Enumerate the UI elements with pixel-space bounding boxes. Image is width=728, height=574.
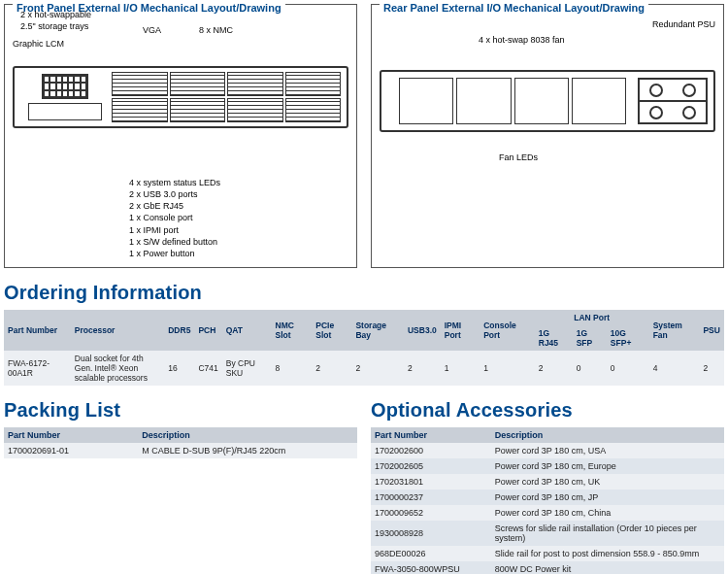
td-desc: Screws for slide rail installation (Orde… bbox=[491, 521, 724, 546]
callout-item: 1 x IPMI port bbox=[129, 224, 348, 236]
callout-vga: VGA bbox=[143, 24, 161, 36]
td-desc: 800W DC Power kit bbox=[491, 561, 724, 574]
callout-fan-leds: Fan LEDs bbox=[380, 152, 657, 163]
th-nmc: NMC Slot bbox=[272, 310, 313, 351]
table-row: 1700020691-01M CABLE D-SUB 9P(F)/RJ45 22… bbox=[4, 443, 357, 458]
td-psu: 2 bbox=[699, 351, 724, 386]
callout-item: 1 x S/W defined button bbox=[129, 236, 348, 248]
td-lan-rj45: 2 bbox=[535, 351, 573, 386]
td-pn: FWA-6172-00A1R bbox=[4, 351, 71, 386]
front-callout-list: 4 x system status LEDs 2 x USB 3.0 ports… bbox=[129, 177, 348, 259]
table-row: FWA-6172-00A1R Dual socket for 4th Gen. … bbox=[4, 351, 724, 386]
th-pch: PCH bbox=[194, 310, 221, 351]
callout-lcm: Graphic LCM bbox=[13, 38, 64, 50]
td-desc: Power cord 3P 180 cm, USA bbox=[491, 443, 724, 458]
callout-psu: Redundant PSU bbox=[652, 18, 715, 30]
td-desc: Power cord 3P 180 cm, China bbox=[491, 505, 724, 521]
td-pn: 1930008928 bbox=[371, 521, 491, 546]
th-storage: Storage Bay bbox=[351, 310, 404, 351]
callout-fan: 4 x hot-swap 8038 fan bbox=[479, 34, 565, 46]
lcm-icon bbox=[42, 74, 88, 99]
th-lan-group: LAN Port bbox=[535, 310, 649, 325]
td-pn: 968DE00026 bbox=[371, 546, 491, 561]
psu-icon bbox=[638, 78, 708, 124]
td-console: 1 bbox=[480, 351, 535, 386]
callout-nmc: 8 x NMC bbox=[199, 24, 233, 36]
table-row: FWA-3050-800WPSU800W DC Power kit bbox=[371, 561, 724, 574]
td-nmc: 8 bbox=[272, 351, 313, 386]
th-desc: Description bbox=[138, 427, 357, 443]
td-lan-sfp: 0 bbox=[573, 351, 607, 386]
table-row: 968DE00026Slide rail for post to post di… bbox=[371, 546, 724, 561]
th-qat: QAT bbox=[222, 310, 272, 351]
td-pn: 1700000237 bbox=[371, 490, 491, 505]
table-row: 1930008928Screws for slide rail installa… bbox=[371, 521, 724, 546]
th-pn: Part Number bbox=[4, 310, 71, 351]
front-io-icon bbox=[28, 103, 102, 120]
td-pch: C741 bbox=[194, 351, 221, 386]
td-lan-sfpp: 0 bbox=[607, 351, 649, 386]
th-console: Console Port bbox=[480, 310, 535, 351]
td-proc: Dual socket for 4th Gen. Intel® Xeon sca… bbox=[71, 351, 164, 386]
th-pn: Part Number bbox=[371, 427, 491, 443]
rear-panel-title: Rear Panel External I/O Mechanical Layou… bbox=[380, 2, 648, 14]
td-pcie: 2 bbox=[312, 351, 351, 386]
th-desc: Description bbox=[491, 427, 724, 443]
callout-item: 1 x Power button bbox=[129, 248, 348, 259]
td-pn: FWA-3050-800WPSU bbox=[371, 561, 491, 574]
callout-item: 2 x USB 3.0 ports bbox=[129, 188, 348, 200]
td-pn: 1702031801 bbox=[371, 474, 491, 490]
th-lan-sfpp: 10G SFP+ bbox=[607, 325, 649, 351]
nmc-bays-icon bbox=[112, 72, 341, 122]
td-pn: 1700020691-01 bbox=[4, 443, 138, 458]
table-row: 1700000237Power cord 3P 180 cm, JP bbox=[371, 490, 724, 505]
td-desc: Power cord 3P 180 cm, UK bbox=[491, 474, 724, 490]
td-qat: By CPU SKU bbox=[222, 351, 272, 386]
td-ddr5: 16 bbox=[164, 351, 194, 386]
chassis-rear-graphic bbox=[380, 70, 715, 132]
th-ipmi: IPMI Port bbox=[441, 310, 480, 351]
td-desc: Slide rail for post to post dimension 55… bbox=[491, 546, 724, 561]
th-lan-rj45: 1G RJ45 bbox=[535, 325, 573, 351]
th-usb: USB3.0 bbox=[404, 310, 441, 351]
th-lan-sfp: 1G SFP bbox=[573, 325, 607, 351]
td-desc: Power cord 3P 180 cm, JP bbox=[491, 490, 724, 505]
table-row: 1700009652Power cord 3P 180 cm, China bbox=[371, 505, 724, 521]
td-pn: 1702002605 bbox=[371, 458, 491, 474]
td-ipmi: 1 bbox=[441, 351, 480, 386]
th-proc: Processor bbox=[71, 310, 164, 351]
callout-item: 1 x Console port bbox=[129, 212, 348, 223]
table-row: 1702002600Power cord 3P 180 cm, USA bbox=[371, 443, 724, 458]
callout-item: 2 x GbE RJ45 bbox=[129, 200, 348, 212]
ordering-heading: Ordering Information bbox=[4, 282, 724, 304]
table-row: 1702031801Power cord 3P 180 cm, UK bbox=[371, 474, 724, 490]
accessories-heading: Optional Accessories bbox=[371, 399, 724, 422]
ordering-table: Part Number Processor DDR5 PCH QAT NMC S… bbox=[4, 310, 724, 386]
table-row: 1702002605Power cord 3P 180 cm, Europe bbox=[371, 458, 724, 474]
fans-icon bbox=[399, 78, 626, 124]
callout-storage-trays: 2 x hot-swappable 2.5" storage trays bbox=[20, 9, 91, 32]
td-pn: 1700009652 bbox=[371, 505, 491, 521]
td-sysfan: 4 bbox=[649, 351, 700, 386]
th-psu: PSU bbox=[699, 310, 724, 351]
td-usb: 2 bbox=[404, 351, 441, 386]
th-sysfan: System Fan bbox=[649, 310, 700, 351]
td-pn: 1702002600 bbox=[371, 443, 491, 458]
td-desc: Power cord 3P 180 cm, Europe bbox=[491, 458, 724, 474]
td-storage: 2 bbox=[351, 351, 404, 386]
packing-table: Part Number Description 1700020691-01M C… bbox=[4, 427, 357, 458]
th-pcie: PCIe Slot bbox=[312, 310, 351, 351]
th-ddr5: DDR5 bbox=[164, 310, 194, 351]
th-pn: Part Number bbox=[4, 427, 138, 443]
rear-panel-diagram: Rear Panel External I/O Mechanical Layou… bbox=[371, 4, 724, 268]
callout-item: 4 x system status LEDs bbox=[129, 177, 348, 188]
accessories-table: Part Number Description 1702002600Power … bbox=[371, 427, 724, 574]
packing-heading: Packing List bbox=[4, 399, 357, 422]
chassis-front-graphic bbox=[13, 66, 348, 128]
front-panel-diagram: Front Panel External I/O Mechanical Layo… bbox=[4, 4, 357, 268]
td-desc: M CABLE D-SUB 9P(F)/RJ45 220cm bbox=[138, 443, 357, 458]
